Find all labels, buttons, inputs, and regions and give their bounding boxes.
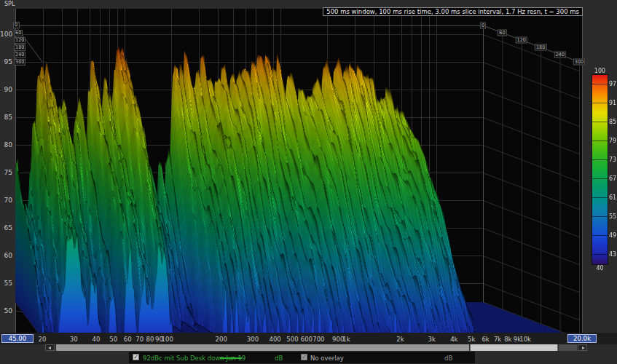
freq-tick-label: 100 bbox=[155, 336, 180, 343]
colorbar-tick bbox=[592, 254, 608, 255]
colorbar-tick bbox=[592, 159, 608, 160]
spl-tick-label: 95 bbox=[0, 58, 12, 66]
measurement-unit-label: dB bbox=[275, 355, 283, 362]
colorbar-tick bbox=[592, 197, 608, 198]
spl-tick-label: 85 bbox=[0, 114, 12, 121]
max-freq-field[interactable]: 20.0k bbox=[567, 334, 597, 343]
freq-tick-label: 30 bbox=[61, 336, 86, 343]
left-arrow-icon bbox=[48, 347, 51, 349]
spl-tick-label: 80 bbox=[0, 141, 12, 149]
time-tick-label-right: 240 bbox=[554, 52, 565, 58]
waterfall-canvas[interactable] bbox=[15, 9, 583, 333]
window-settings-readout: 500 ms window, 100 ms rise time, 3.00 ms… bbox=[323, 7, 583, 16]
spl-tick-label: 50 bbox=[0, 307, 12, 314]
freq-tick-label: 10k bbox=[513, 336, 538, 343]
colorbar-tick-label: 85 bbox=[609, 119, 616, 125]
spl-axis-title: SPL bbox=[4, 1, 15, 8]
measurement-checkbox[interactable]: ✓ bbox=[133, 354, 139, 360]
colorbar-bottom-label: 40 bbox=[592, 265, 608, 272]
freq-tick-label: 2k bbox=[388, 336, 412, 343]
time-tick-label-right: 60 bbox=[498, 30, 506, 36]
freq-tick-label: 1k bbox=[334, 336, 358, 343]
colorbar-tick bbox=[592, 84, 608, 84]
freq-tick-label: 300 bbox=[240, 336, 265, 343]
time-tick-label-left: 120 bbox=[14, 37, 25, 44]
colorbar-tick bbox=[592, 103, 608, 103]
colorbar-tick bbox=[592, 216, 608, 217]
colorbar-tick bbox=[592, 141, 608, 141]
colorbar-tick-label: 97 bbox=[609, 81, 616, 87]
spl-tick-label: 100 bbox=[0, 31, 12, 38]
no-overlay-checkbox[interactable]: ✓ bbox=[301, 354, 307, 360]
legend-bar: ✓ 92dBc mit Sub Desk down Jun 19 dB ✓ No… bbox=[129, 352, 475, 363]
spl-tick-label: 75 bbox=[0, 169, 12, 176]
colorbar-tick-label: 55 bbox=[609, 213, 616, 220]
scrollbar-track[interactable] bbox=[56, 344, 469, 351]
time-tick-label-left: 180 bbox=[14, 44, 25, 51]
time-tick-label-left: 60 bbox=[14, 30, 23, 36]
time-tick-label-right: 0 bbox=[480, 23, 486, 29]
scroll-right-button[interactable] bbox=[578, 344, 587, 351]
spl-tick-label: 90 bbox=[0, 86, 12, 93]
spl-tick-label: 65 bbox=[0, 224, 12, 232]
frequency-axis: 2030405060708090100200300400500600700900… bbox=[0, 333, 617, 344]
time-tick-label-right: 120 bbox=[516, 37, 527, 44]
colorbar-tick bbox=[592, 235, 608, 236]
colorbar-tick-label: 43 bbox=[609, 251, 616, 258]
colorbar-tick bbox=[592, 178, 608, 179]
freq-scrollbar[interactable] bbox=[0, 344, 617, 351]
colorbar-top-label: 100 bbox=[592, 68, 608, 74]
no-overlay-label: No overlay bbox=[310, 355, 344, 362]
colorbar-tick-label: 49 bbox=[609, 232, 616, 239]
colorbar-tick-label: 61 bbox=[609, 194, 616, 201]
freq-tick-label: 200 bbox=[209, 336, 234, 343]
colorbar-tick-label: 67 bbox=[609, 175, 616, 182]
app-window: SPL 500 ms window, 100 ms rise time, 3.0… bbox=[0, 0, 617, 364]
right-arrow-icon bbox=[582, 347, 585, 349]
time-tick-label-left: 300 bbox=[14, 59, 25, 66]
spl-tick-label: 55 bbox=[0, 280, 12, 287]
time-tick-label-right: 180 bbox=[535, 44, 546, 51]
freq-tick-label: 20 bbox=[30, 336, 55, 343]
colorbar-tick-label: 79 bbox=[609, 138, 616, 144]
time-tick-label-left: 240 bbox=[14, 52, 25, 58]
scrollbar-thumb[interactable] bbox=[470, 344, 558, 351]
unit-label: dB bbox=[444, 355, 452, 362]
spl-tick-label: 70 bbox=[0, 197, 12, 204]
time-tick-label-right: 300 bbox=[573, 59, 585, 66]
colorbar-tick-label: 73 bbox=[609, 157, 616, 163]
spl-tick-label: 60 bbox=[0, 252, 12, 259]
min-spl-field[interactable]: 45.00 bbox=[1, 334, 34, 343]
time-tick-label-left: 0 bbox=[13, 22, 20, 28]
scroll-left-button[interactable] bbox=[45, 344, 55, 351]
scrollbar-track-end[interactable] bbox=[559, 344, 577, 351]
colorbar-tick-label: 91 bbox=[609, 100, 616, 106]
colorbar-tick bbox=[592, 122, 608, 122]
legend-line-sample bbox=[220, 357, 242, 359]
freq-tick-label: 3k bbox=[420, 336, 444, 343]
